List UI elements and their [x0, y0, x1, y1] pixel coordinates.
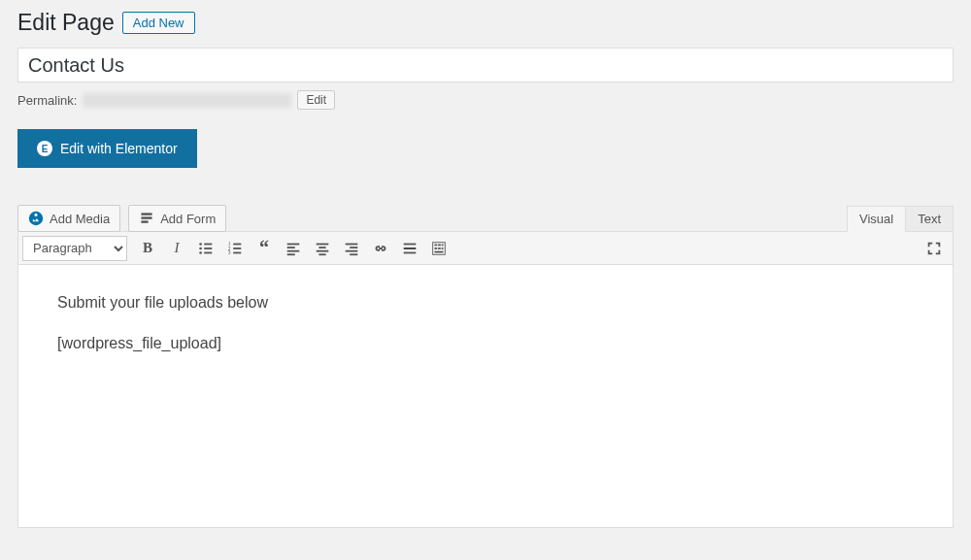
bullet-list-button[interactable]: [191, 234, 220, 263]
svg-rect-8: [204, 251, 212, 253]
svg-rect-34: [435, 247, 438, 249]
svg-rect-24: [350, 247, 357, 248]
svg-rect-6: [204, 247, 212, 249]
svg-rect-33: [442, 244, 444, 246]
fullscreen-button[interactable]: [920, 234, 949, 263]
svg-rect-22: [318, 253, 325, 255]
svg-rect-32: [438, 244, 441, 246]
svg-rect-4: [204, 243, 212, 245]
add-form-button[interactable]: Add Form: [128, 205, 226, 232]
bold-button[interactable]: B: [133, 234, 162, 263]
svg-rect-2: [142, 220, 149, 222]
svg-rect-19: [317, 243, 329, 245]
svg-rect-0: [142, 213, 152, 214]
editor-toolbar: Paragraph B I 123 “: [18, 232, 953, 265]
edit-with-elementor-button[interactable]: E Edit with Elementor: [17, 129, 197, 168]
permalink-url: [83, 93, 291, 108]
svg-rect-37: [435, 250, 444, 252]
svg-rect-27: [404, 243, 417, 245]
svg-rect-25: [346, 249, 358, 251]
svg-rect-12: [233, 247, 241, 249]
svg-rect-29: [404, 251, 417, 253]
form-icon: [139, 211, 154, 226]
svg-rect-21: [317, 249, 329, 251]
svg-point-5: [199, 247, 202, 249]
blockquote-button[interactable]: “: [250, 234, 279, 263]
tab-text[interactable]: Text: [905, 206, 954, 232]
permalink-label: Permalink:: [17, 93, 77, 108]
svg-text:3: 3: [228, 249, 231, 255]
toolbar-toggle-button[interactable]: [424, 234, 453, 263]
media-icon: [28, 211, 44, 226]
link-button[interactable]: [366, 234, 395, 263]
svg-point-7: [199, 251, 202, 254]
svg-point-3: [199, 243, 202, 246]
edit-permalink-button[interactable]: Edit: [297, 90, 335, 110]
svg-rect-18: [287, 253, 295, 255]
elementor-icon: E: [37, 141, 52, 156]
content-line-2: [wordpress_file_upload]: [57, 335, 914, 352]
align-left-button[interactable]: [279, 234, 308, 263]
add-form-label: Add Form: [160, 212, 216, 226]
elementor-button-label: Edit with Elementor: [60, 141, 178, 156]
align-right-button[interactable]: [337, 234, 366, 263]
tab-visual[interactable]: Visual: [847, 206, 906, 232]
format-select[interactable]: Paragraph: [22, 236, 127, 261]
page-title-input[interactable]: [17, 48, 954, 82]
svg-rect-23: [346, 243, 358, 245]
svg-rect-31: [435, 244, 438, 246]
svg-rect-20: [318, 247, 325, 248]
add-media-button[interactable]: Add Media: [17, 205, 120, 232]
svg-rect-1: [142, 216, 152, 218]
read-more-button[interactable]: [395, 234, 424, 263]
svg-rect-26: [350, 253, 357, 255]
editor-content-area[interactable]: Submit your file uploads below [wordpres…: [18, 265, 953, 527]
italic-button[interactable]: I: [162, 234, 191, 263]
content-line-1: Submit your file uploads below: [57, 294, 914, 312]
svg-rect-17: [287, 249, 300, 251]
numbered-list-button[interactable]: 123: [220, 234, 250, 263]
svg-rect-35: [438, 247, 441, 249]
svg-rect-15: [287, 243, 300, 245]
align-center-button[interactable]: [308, 234, 337, 263]
svg-rect-16: [287, 247, 295, 248]
svg-rect-36: [442, 247, 444, 249]
svg-rect-28: [404, 247, 417, 249]
svg-rect-10: [233, 243, 241, 245]
svg-rect-14: [233, 251, 241, 253]
page-title: Edit Page: [17, 10, 115, 36]
add-media-label: Add Media: [50, 212, 110, 226]
add-new-button[interactable]: Add New: [122, 12, 195, 34]
